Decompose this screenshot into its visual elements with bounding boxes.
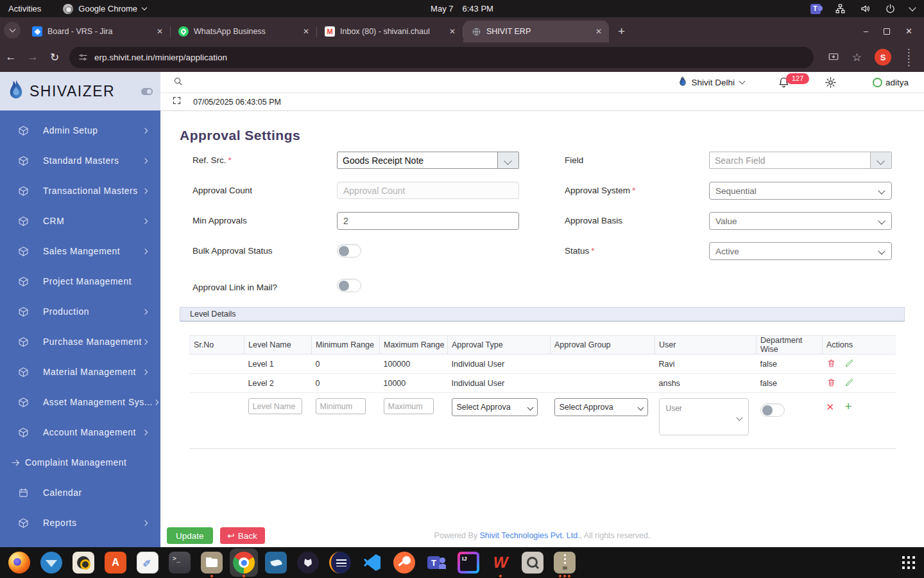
taskbar-mysql-workbench-button[interactable] — [262, 548, 290, 577]
field-dropdown-button[interactable] — [871, 152, 892, 169]
close-icon[interactable]: ✕ — [905, 26, 912, 36]
status-select[interactable]: Active — [709, 242, 892, 260]
taskbar-firefox-button[interactable] — [5, 548, 33, 577]
profile-avatar[interactable]: S — [875, 49, 891, 66]
min-approvals-input[interactable] — [337, 212, 519, 230]
taskbar-intellij-button[interactable] — [454, 548, 483, 577]
sidebar-item-transactional-masters[interactable]: Transactional Masters — [0, 176, 160, 206]
teams-tray-icon[interactable] — [810, 4, 821, 14]
edit-row-icon[interactable] — [844, 358, 854, 370]
taskbar-github-desktop-button[interactable] — [294, 548, 322, 577]
field-search-input[interactable] — [709, 152, 871, 169]
sidebar-item-production[interactable]: Production — [0, 297, 160, 327]
ref-src-input[interactable] — [337, 152, 498, 169]
delete-row-icon[interactable] — [826, 378, 836, 389]
taskbar-ubuntu-software-button[interactable] — [101, 548, 130, 577]
edit-row-icon[interactable] — [844, 378, 854, 389]
new-department-wise-toggle[interactable] — [760, 403, 785, 417]
sidebar-item-complaint-management[interactable]: Complaint Management — [0, 448, 160, 478]
tab-close-icon[interactable]: ✕ — [447, 27, 458, 36]
tab-close-icon[interactable]: ✕ — [301, 27, 311, 36]
browser-tab[interactable]: Board - VRS - Jira✕ — [24, 21, 170, 42]
browser-menu-icon[interactable]: ⋮⋮ — [904, 48, 914, 67]
approval-count-input[interactable] — [337, 182, 519, 199]
new-approval-group-select[interactable]: Select Approva — [554, 398, 648, 416]
site-settings-icon[interactable] — [78, 53, 88, 62]
new-max-range-input[interactable] — [384, 398, 434, 414]
new-approval-type-select[interactable]: Select Approva — [452, 398, 538, 416]
taskbar-thunderbird-button[interactable] — [37, 548, 65, 577]
fullscreen-icon[interactable] — [172, 96, 182, 108]
browser-tab[interactable]: WhatsApp Business✕ — [171, 21, 316, 42]
search-icon[interactable] — [173, 76, 183, 89]
power-icon[interactable] — [885, 3, 896, 14]
sidebar-item-sales-mangement[interactable]: Sales Mangement — [0, 236, 160, 267]
cancel-row-icon[interactable]: ✕ — [826, 401, 835, 412]
clock-time[interactable]: 6:43 PM — [462, 4, 493, 13]
taskbar-chrome-button[interactable] — [230, 548, 258, 577]
tab-search-button[interactable] — [4, 22, 21, 39]
sidebar-item-project-management[interactable]: Project Management — [0, 267, 160, 297]
ref-src-dropdown-button[interactable] — [498, 152, 519, 169]
new-level-name-input[interactable] — [248, 398, 302, 414]
approval-settings-form: Ref. Src.* Field Approval Count — [193, 152, 924, 297]
taskbar-vscode-button[interactable] — [358, 548, 386, 577]
sidebar-item-calendar[interactable]: Calendar — [0, 478, 160, 508]
delete-row-icon[interactable] — [826, 358, 836, 370]
add-row-icon[interactable]: + — [845, 399, 852, 413]
notifications-button[interactable]: 127 — [778, 76, 790, 89]
new-min-range-input[interactable] — [316, 398, 366, 414]
minimize-icon[interactable]: – — [864, 26, 868, 36]
sidebar-item-reports[interactable]: Reports — [0, 508, 160, 538]
bookmark-star-icon[interactable]: ☆ — [852, 51, 862, 64]
approval-system-select[interactable]: Sequential — [709, 182, 892, 200]
org-selector[interactable]: Shivit Delhi — [678, 76, 744, 88]
tab-close-icon[interactable]: ✕ — [155, 27, 165, 36]
taskbar-postman-button[interactable] — [390, 548, 418, 577]
show-applications-icon[interactable] — [902, 556, 915, 569]
sidebar-item-purchase-management[interactable]: Purchase Management — [0, 327, 160, 357]
update-button[interactable]: Update — [167, 527, 213, 544]
taskbar-files-button[interactable] — [198, 548, 226, 577]
sidebar-item-material-management[interactable]: Material Management — [0, 357, 160, 387]
app-menu[interactable]: Google Chrome — [63, 4, 146, 14]
restore-icon[interactable] — [884, 28, 890, 35]
reload-icon[interactable]: ↻ — [44, 51, 65, 64]
activities-button[interactable]: Activities — [8, 4, 41, 13]
forward-icon[interactable]: → — [22, 51, 44, 64]
approval-link-toggle[interactable] — [337, 279, 361, 292]
volume-icon[interactable] — [860, 3, 871, 14]
taskbar-eclipse-button[interactable] — [326, 548, 354, 577]
tab-close-icon[interactable]: ✕ — [594, 27, 604, 36]
taskbar-wps-office-button[interactable] — [486, 548, 515, 577]
workspaces-icon[interactable] — [835, 3, 846, 14]
chevron-down-icon[interactable] — [909, 4, 916, 11]
clock-date[interactable]: May 7 — [431, 4, 453, 13]
sidebar-item-admin-setup[interactable]: Admin Setup — [0, 116, 160, 146]
taskbar-rhythmbox-button[interactable] — [69, 548, 98, 577]
bulk-approval-status-toggle[interactable] — [337, 244, 361, 258]
taskbar-terminal-button[interactable] — [166, 548, 194, 577]
sidebar-item-crm[interactable]: CRM — [0, 206, 160, 236]
new-tab-button[interactable]: + — [618, 25, 625, 37]
user-menu[interactable]: aditya — [873, 78, 909, 87]
back-icon[interactable]: ← — [0, 51, 22, 64]
back-button[interactable]: ↩Back — [220, 527, 265, 544]
browser-tab[interactable]: SHIVIT ERP✕ — [463, 21, 609, 42]
sidebar-item-account-management[interactable]: Account Management — [0, 417, 160, 448]
powered-by-link[interactable]: Shivit Technologies Pvt. Ltd. — [479, 531, 579, 540]
taskbar-archive-manager-button[interactable] — [551, 548, 579, 577]
approval-basis-select[interactable]: Value — [709, 212, 892, 230]
taskbar-screenshot-tool-button[interactable] — [518, 548, 547, 577]
sidebar-collapse-toggle[interactable] — [141, 88, 153, 95]
address-bar[interactable]: erp.shivit.net.in/minierp/application — [69, 47, 814, 68]
taskbar-teams-button[interactable] — [422, 548, 450, 577]
taskbar-text-editor-button[interactable] — [133, 548, 162, 577]
install-app-icon[interactable] — [828, 51, 839, 63]
new-user-multiselect[interactable]: User — [659, 398, 749, 435]
url-text[interactable]: erp.shivit.net.in/minierp/application — [94, 53, 227, 62]
sidebar-item-asset-management-sys[interactable]: Asset Management Sys... — [0, 387, 160, 417]
sidebar-item-standard-masters[interactable]: Standard Masters — [0, 146, 160, 176]
browser-tab[interactable]: Inbox (80) - shivani.chaul✕ — [317, 21, 463, 42]
settings-button[interactable] — [825, 76, 837, 89]
